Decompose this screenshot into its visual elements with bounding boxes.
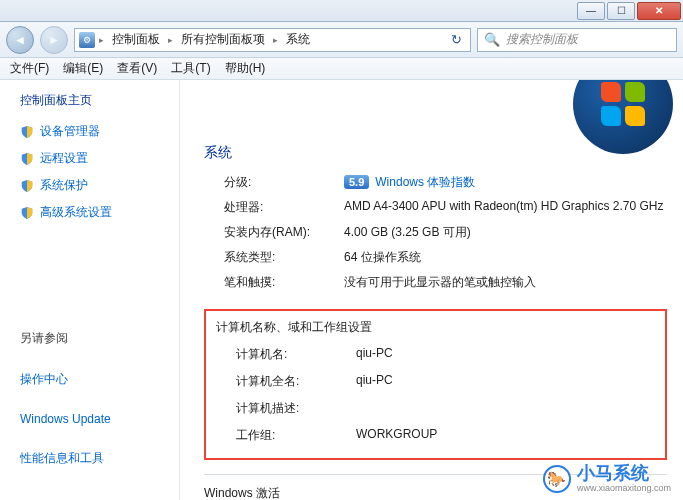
value-workgroup: WORKGROUP [356,427,437,444]
windows-logo [573,80,673,154]
menu-help[interactable]: 帮助(H) [219,58,272,79]
label-name: 计算机名: [216,346,356,363]
chevron-right-icon: ▸ [99,35,104,45]
sidebar-item-label: 高级系统设置 [40,204,112,221]
value-processor: AMD A4-3400 APU with Radeon(tm) HD Graph… [344,199,663,216]
seealso-title: 另请参阅 [20,330,167,347]
menu-view[interactable]: 查看(V) [111,58,163,79]
label-workgroup: 工作组: [216,427,356,444]
value-fullname: qiu-PC [356,373,393,390]
menu-edit[interactable]: 编辑(E) [57,58,109,79]
arrow-right-icon: ► [48,33,60,47]
section-title-computer: 计算机名称、域和工作组设置 [216,319,655,336]
breadcrumb-item[interactable]: 控制面板 [108,29,164,50]
sidebar: 控制面板主页 设备管理器 远程设置 系统保护 高级系统设置 另请参阅 操作中心 … [0,80,180,500]
sidebar-item-advanced[interactable]: 高级系统设置 [20,204,167,221]
shield-icon [20,125,34,139]
computer-name-section: 计算机名称、域和工作组设置 计算机名:qiu-PC 计算机全名:qiu-PC 计… [204,309,667,460]
minimize-icon: — [586,6,596,16]
seealso-performance[interactable]: 性能信息和工具 [20,450,167,467]
maximize-icon: ☐ [617,6,626,16]
shield-icon [20,206,34,220]
sidebar-item-label: 远程设置 [40,150,88,167]
menu-file[interactable]: 文件(F) [4,58,55,79]
breadcrumb-item[interactable]: 系统 [282,29,314,50]
menu-bar: 文件(F) 编辑(E) 查看(V) 工具(T) 帮助(H) [0,58,683,80]
refresh-button[interactable]: ↻ [447,32,466,47]
shield-icon [20,179,34,193]
arrow-left-icon: ◄ [14,33,26,47]
watermark-title: 小马系统 [577,464,671,484]
search-placeholder: 搜索控制面板 [506,31,578,48]
value-systype: 64 位操作系统 [344,249,421,266]
sidebar-home-link[interactable]: 控制面板主页 [20,92,167,109]
label-processor: 处理器: [204,199,344,216]
value-pen: 没有可用于此显示器的笔或触控输入 [344,274,536,291]
sidebar-item-label: 系统保护 [40,177,88,194]
navigation-bar: ◄ ► ⚙ ▸ 控制面板 ▸ 所有控制面板项 ▸ 系统 ↻ 🔍 搜索控制面板 [0,22,683,58]
seealso-windows-update[interactable]: Windows Update [20,412,167,426]
close-button[interactable]: ✕ [637,2,681,20]
label-ram: 安装内存(RAM): [204,224,344,241]
menu-tools[interactable]: 工具(T) [165,58,216,79]
nav-forward-button[interactable]: ► [40,26,68,54]
maximize-button[interactable]: ☐ [607,2,635,20]
system-icon: ⚙ [79,32,95,48]
label-rating: 分级: [204,174,344,191]
value-name: qiu-PC [356,346,393,363]
search-input[interactable]: 🔍 搜索控制面板 [477,28,677,52]
search-icon: 🔍 [484,32,500,47]
shield-icon [20,152,34,166]
label-fullname: 计算机全名: [216,373,356,390]
label-desc: 计算机描述: [216,400,356,417]
chevron-right-icon: ▸ [273,35,278,45]
watermark: 🐎 小马系统 www.xiaomaxitong.com [543,464,671,494]
horse-icon: 🐎 [543,465,571,493]
breadcrumb[interactable]: ⚙ ▸ 控制面板 ▸ 所有控制面板项 ▸ 系统 ↻ [74,28,471,52]
minimize-button[interactable]: — [577,2,605,20]
nav-back-button[interactable]: ◄ [6,26,34,54]
breadcrumb-item[interactable]: 所有控制面板项 [177,29,269,50]
label-systype: 系统类型: [204,249,344,266]
content-pane: 系统 分级: 5.9Windows 体验指数 处理器:AMD A4-3400 A… [180,80,683,500]
wei-link[interactable]: Windows 体验指数 [375,175,475,189]
sidebar-item-protection[interactable]: 系统保护 [20,177,167,194]
window-titlebar: — ☐ ✕ [0,0,683,22]
sidebar-item-device-manager[interactable]: 设备管理器 [20,123,167,140]
rating-badge: 5.9 [344,175,369,189]
label-pen: 笔和触摸: [204,274,344,291]
sidebar-item-remote[interactable]: 远程设置 [20,150,167,167]
close-icon: ✕ [655,6,663,16]
sidebar-item-label: 设备管理器 [40,123,100,140]
seealso-action-center[interactable]: 操作中心 [20,371,167,388]
value-ram: 4.00 GB (3.25 GB 可用) [344,224,471,241]
chevron-right-icon: ▸ [168,35,173,45]
watermark-url: www.xiaomaxitong.com [577,484,671,494]
